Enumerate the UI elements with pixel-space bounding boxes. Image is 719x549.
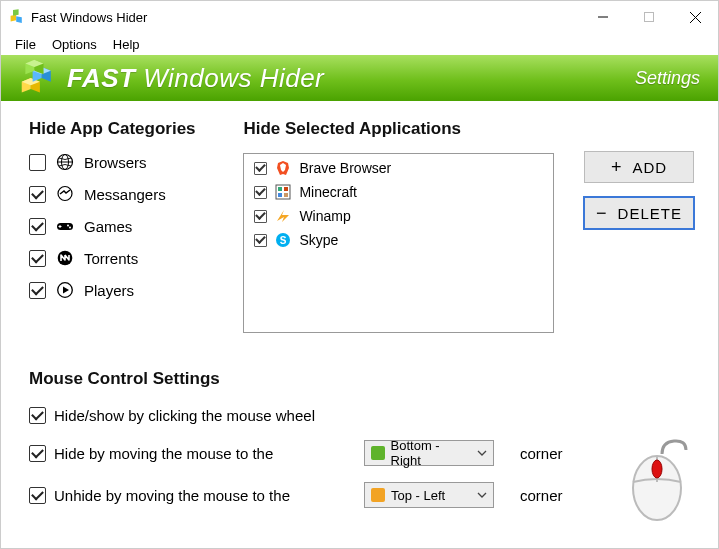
winamp-icon <box>275 208 291 224</box>
menu-options[interactable]: Options <box>44 35 105 54</box>
skype-icon: S <box>275 232 291 248</box>
unhide-corner-select[interactable]: Top - Left <box>364 482 494 508</box>
svg-marker-33 <box>277 210 289 222</box>
svg-rect-31 <box>278 193 282 197</box>
app-label: Minecraft <box>299 184 357 200</box>
checkbox[interactable] <box>29 250 46 267</box>
brave-icon <box>275 160 291 176</box>
page-title: Settings <box>635 68 700 89</box>
svg-rect-32 <box>284 193 288 197</box>
titlebar: Fast Windows Hider <box>1 1 718 33</box>
checkbox[interactable] <box>254 234 267 247</box>
add-button-label: ADD <box>632 159 667 176</box>
svg-rect-30 <box>284 187 288 191</box>
checkbox[interactable] <box>29 154 46 171</box>
svg-text:S: S <box>280 235 287 246</box>
svg-rect-1 <box>16 16 22 23</box>
add-button[interactable]: + ADD <box>584 151 694 183</box>
applications-heading: Hide Selected Applications <box>243 119 554 139</box>
checkbox[interactable] <box>29 186 46 203</box>
checkbox[interactable] <box>254 162 267 175</box>
categories-column: Hide App Categories Browsers Messangers <box>29 119 213 333</box>
mouse-opt-wheel-label: Hide/show by clicking the mouse wheel <box>54 407 315 424</box>
app-icon <box>9 9 25 25</box>
category-label: Players <box>84 282 134 299</box>
category-messengers[interactable]: Messangers <box>29 185 213 203</box>
category-browsers[interactable]: Browsers <box>29 153 213 171</box>
banner: FAST Windows Hider Settings <box>1 55 718 101</box>
product-name: FAST Windows Hider <box>67 63 324 94</box>
svg-rect-4 <box>645 13 654 22</box>
checkbox[interactable] <box>29 218 46 235</box>
play-circle-icon <box>56 281 74 299</box>
minecraft-icon <box>275 184 291 200</box>
checkbox[interactable] <box>254 186 267 199</box>
hide-corner-value: Bottom - Right <box>391 438 471 468</box>
corner-color-swatch <box>371 488 385 502</box>
minimize-button[interactable] <box>580 1 626 33</box>
checkbox[interactable] <box>29 407 46 424</box>
mouse-section: Mouse Control Settings Hide/show by clic… <box>29 369 694 524</box>
category-label: Torrents <box>84 250 138 267</box>
svg-marker-27 <box>63 287 69 294</box>
unhide-corner-value: Top - Left <box>391 488 445 503</box>
corner-word: corner <box>520 445 563 462</box>
mouse-illustration-icon <box>622 432 692 522</box>
category-players[interactable]: Players <box>29 281 213 299</box>
category-torrents[interactable]: Torrents <box>29 249 213 267</box>
chevron-down-icon <box>477 488 487 503</box>
category-games[interactable]: Games <box>29 217 213 235</box>
checkbox[interactable] <box>254 210 267 223</box>
mouse-opt-unhide-corner[interactable]: Unhide by moving the mouse to the Top - … <box>29 482 694 508</box>
app-item-skype[interactable]: S Skype <box>254 232 543 248</box>
app-label: Winamp <box>299 208 350 224</box>
product-logo-icon <box>9 58 53 98</box>
checkbox[interactable] <box>29 487 46 504</box>
app-label: Skype <box>299 232 338 248</box>
mouse-opt-hide-label: Hide by moving the mouse to the <box>54 445 344 462</box>
app-label: Brave Browser <box>299 160 391 176</box>
close-button[interactable] <box>672 1 718 33</box>
corner-color-swatch <box>371 446 385 460</box>
plus-icon: + <box>611 158 623 176</box>
minus-icon: − <box>596 204 608 222</box>
categories-heading: Hide App Categories <box>29 119 213 139</box>
torrent-icon <box>56 249 74 267</box>
checkbox[interactable] <box>29 282 46 299</box>
delete-button-label: DELETE <box>618 205 682 222</box>
category-label: Messangers <box>84 186 166 203</box>
applications-list[interactable]: Brave Browser Minecraft Winamp <box>243 153 554 333</box>
menu-help[interactable]: Help <box>105 35 148 54</box>
corner-word: corner <box>520 487 563 504</box>
category-label: Browsers <box>84 154 147 171</box>
categories-list: Browsers Messangers Games <box>29 153 213 299</box>
svg-point-38 <box>652 460 662 478</box>
maximize-button[interactable] <box>626 1 672 33</box>
product-name-rest: Windows Hider <box>135 63 324 93</box>
gamepad-icon <box>56 217 74 235</box>
buttons-column: + ADD − DELETE <box>584 119 694 333</box>
app-item-winamp[interactable]: Winamp <box>254 208 543 224</box>
svg-rect-22 <box>59 226 62 227</box>
app-item-minecraft[interactable]: Minecraft <box>254 184 543 200</box>
svg-rect-29 <box>278 187 282 191</box>
svg-rect-2 <box>13 9 19 15</box>
mouse-opt-hide-corner[interactable]: Hide by moving the mouse to the Bottom -… <box>29 440 694 466</box>
mouse-heading: Mouse Control Settings <box>29 369 694 389</box>
svg-point-24 <box>69 227 71 229</box>
app-item-brave[interactable]: Brave Browser <box>254 160 543 176</box>
product-name-bold: FAST <box>67 63 135 93</box>
delete-button[interactable]: − DELETE <box>584 197 694 229</box>
globe-icon <box>56 153 74 171</box>
mouse-opt-unhide-label: Unhide by moving the mouse to the <box>54 487 344 504</box>
menubar: File Options Help <box>1 33 718 55</box>
top-row: Hide App Categories Browsers Messangers <box>29 119 694 333</box>
category-label: Games <box>84 218 132 235</box>
menu-file[interactable]: File <box>7 35 44 54</box>
checkbox[interactable] <box>29 445 46 462</box>
mouse-opt-wheel[interactable]: Hide/show by clicking the mouse wheel <box>29 407 694 424</box>
chevron-down-icon <box>477 446 487 461</box>
svg-rect-0 <box>11 15 17 22</box>
hide-corner-select[interactable]: Bottom - Right <box>364 440 494 466</box>
svg-point-23 <box>67 225 69 227</box>
